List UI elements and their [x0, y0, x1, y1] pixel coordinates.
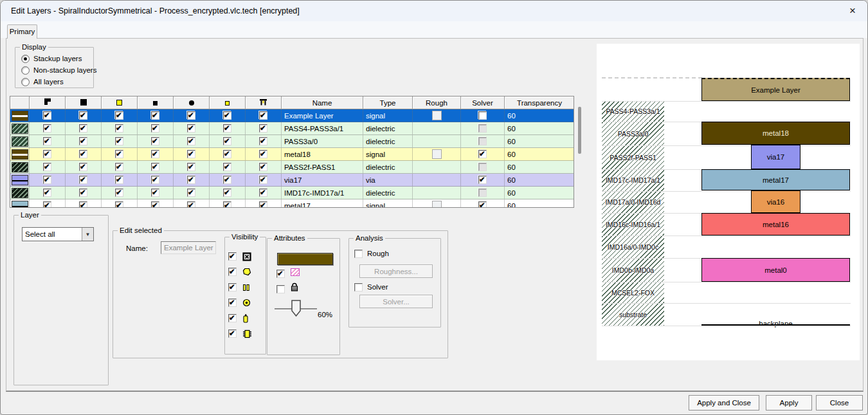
layer-select-dropdown[interactable]: Select all ▼	[22, 227, 94, 241]
visibility-item-checkbox[interactable]	[228, 329, 237, 338]
solver-checkbox[interactable]	[478, 137, 487, 145]
stackup-box-metal17[interactable]: metal17	[701, 169, 850, 190]
visibility-checkbox[interactable]	[79, 163, 87, 171]
table-scrollbar[interactable]	[578, 107, 581, 154]
pattern-checkbox[interactable]	[276, 270, 285, 278]
column-header-solver[interactable]: Solver	[461, 97, 505, 109]
solver-checkbox[interactable]	[478, 176, 487, 184]
lock-checkbox[interactable]	[276, 285, 285, 293]
table-row-metal18[interactable]: metal18signal60	[10, 148, 574, 161]
name-cell[interactable]: PASS4-PASS3a/1	[282, 122, 363, 134]
visibility-checkbox[interactable]	[43, 150, 51, 158]
table-row-pass2f-pass1[interactable]: PASS2f-PASS1dielectric60	[10, 161, 574, 174]
visibility-checkbox[interactable]	[223, 150, 231, 158]
visibility-checkbox[interactable]	[43, 163, 51, 171]
visibility-item-checkbox[interactable]	[228, 268, 237, 276]
layer-color-swatch-button[interactable]	[277, 253, 333, 265]
visibility-checkbox[interactable]	[187, 124, 195, 133]
layer-swatch-cell[interactable]	[10, 187, 30, 199]
visibility-checkbox[interactable]	[79, 137, 87, 145]
stackup-box-example-layer[interactable]: Example Layer	[701, 78, 850, 101]
visibility-checkbox[interactable]	[43, 176, 51, 184]
apply-and-close-button[interactable]: Apply and Close	[689, 395, 759, 410]
visibility-checkbox[interactable]	[223, 111, 231, 120]
table-row-pass3a-0[interactable]: PASS3a/0dielectric60	[10, 135, 574, 148]
visibility-checkbox[interactable]	[79, 176, 87, 184]
visibility-checkbox[interactable]	[223, 124, 231, 133]
table-row-metal17[interactable]: metal17signal60	[10, 199, 574, 208]
visibility-checkbox[interactable]	[151, 137, 159, 145]
column-header-small-square[interactable]	[138, 97, 174, 109]
solver-checkbox[interactable]	[478, 124, 487, 133]
layer-swatch-cell[interactable]	[10, 174, 30, 186]
visibility-checkbox[interactable]	[151, 150, 159, 158]
solver-button[interactable]: Solver...	[359, 295, 433, 308]
visibility-checkbox[interactable]	[223, 163, 231, 171]
apply-button[interactable]: Apply	[766, 395, 812, 410]
layer-swatch-cell[interactable]	[10, 161, 30, 173]
layer-swatch-cell[interactable]	[10, 135, 30, 147]
table-row-via17[interactable]: via17via60	[10, 174, 574, 187]
column-header-transparency[interactable]: Transparency	[505, 97, 574, 109]
stackup-box-via17[interactable]: via17	[751, 145, 800, 169]
visibility-checkbox[interactable]	[259, 111, 267, 120]
column-header-name[interactable]: Name	[282, 97, 363, 109]
visibility-checkbox[interactable]	[187, 176, 195, 184]
visibility-checkbox[interactable]	[259, 137, 267, 145]
rough-checkbox[interactable]	[432, 111, 442, 120]
stackup-box-metal18[interactable]: metal18	[701, 122, 850, 145]
visibility-checkbox[interactable]	[151, 176, 159, 184]
solver-checkbox[interactable]	[478, 163, 487, 171]
visibility-checkbox[interactable]	[151, 111, 159, 120]
column-header-dot[interactable]	[174, 97, 210, 109]
layer-name-field[interactable]	[161, 241, 216, 254]
name-cell[interactable]: PASS3a/0	[282, 135, 363, 147]
name-cell[interactable]: via17	[282, 174, 363, 186]
table-row-pass4-pass3a-1[interactable]: PASS4-PASS3a/1dielectric60	[10, 122, 574, 135]
layer-swatch-cell[interactable]	[10, 148, 30, 160]
visibility-checkbox[interactable]	[187, 201, 195, 208]
visibility-checkbox[interactable]	[151, 189, 159, 197]
radio-icon[interactable]	[21, 78, 30, 86]
name-cell[interactable]: PASS2f-PASS1	[282, 161, 363, 173]
visibility-checkbox[interactable]	[259, 163, 267, 171]
visibility-item-checkbox[interactable]	[228, 252, 237, 261]
visibility-checkbox[interactable]	[259, 176, 267, 184]
name-cell[interactable]: metal17	[282, 199, 363, 208]
roughness-button[interactable]: Roughness...	[359, 264, 433, 278]
radio-icon[interactable]	[21, 55, 30, 63]
visibility-checkbox[interactable]	[151, 163, 159, 171]
stackup-box-via16[interactable]: via16	[751, 190, 800, 213]
visibility-checkbox[interactable]	[43, 201, 51, 208]
layers-table[interactable]: NameTypeRoughSolverTransparencyExample L…	[10, 96, 574, 208]
visibility-checkbox[interactable]	[187, 111, 195, 120]
solver-checkbox[interactable]	[478, 201, 487, 208]
visibility-checkbox[interactable]	[115, 163, 123, 171]
visibility-checkbox[interactable]	[43, 111, 51, 120]
layer-swatch-cell[interactable]	[10, 122, 30, 134]
rough-checkbox[interactable]	[432, 201, 442, 208]
rough-checkbox[interactable]	[432, 149, 442, 159]
visibility-checkbox[interactable]	[259, 124, 267, 133]
visibility-checkbox[interactable]	[115, 111, 123, 120]
visibility-item-checkbox[interactable]	[228, 314, 237, 322]
titlebar[interactable]: Edit Layers - SpiralInductorSymmetrical …	[1, 1, 867, 21]
radio-icon[interactable]	[21, 66, 30, 75]
name-cell[interactable]: metal18	[282, 148, 363, 160]
visibility-checkbox[interactable]	[187, 150, 195, 158]
visibility-checkbox[interactable]	[79, 124, 87, 133]
name-cell[interactable]: Example Layer	[282, 109, 363, 122]
visibility-checkbox[interactable]	[223, 189, 231, 197]
transparency-slider-thumb[interactable]	[291, 300, 302, 317]
visibility-item-checkbox[interactable]	[228, 299, 237, 307]
solver-checkbox[interactable]	[478, 150, 487, 158]
visibility-checkbox[interactable]	[187, 137, 195, 145]
visibility-checkbox[interactable]	[115, 176, 123, 184]
column-header-shape-notch[interactable]	[30, 97, 66, 109]
column-header-rough[interactable]: Rough	[413, 97, 461, 109]
visibility-checkbox[interactable]	[223, 137, 231, 145]
close-button[interactable]: Close	[816, 395, 863, 410]
visibility-checkbox[interactable]	[115, 201, 123, 208]
visibility-checkbox[interactable]	[79, 189, 87, 197]
visibility-checkbox[interactable]	[187, 189, 195, 197]
